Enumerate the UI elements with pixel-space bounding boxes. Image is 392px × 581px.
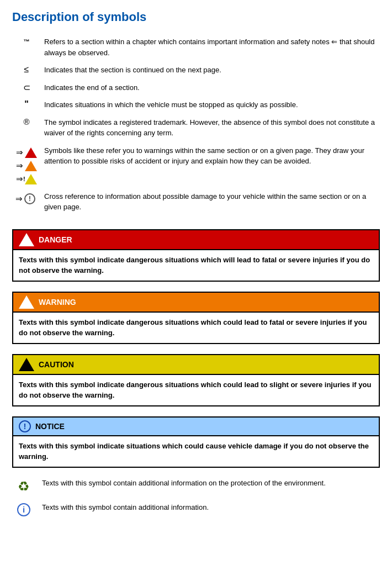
table-row: ⇒ ! ⇒ ! ⇒ <box>12 143 380 189</box>
danger-triangle-icon: ! <box>19 233 34 246</box>
env-text: Texts with this symbol contain additiona… <box>42 478 326 489</box>
info-circle-icon: i <box>12 502 35 516</box>
danger-box: ! DANGER Texts with this symbol indicate… <box>12 229 380 282</box>
symbol-tm-desc: Refers to a section within a chapter whi… <box>41 34 380 62</box>
warning-header: ! WARNING <box>13 293 379 311</box>
symbol-tm: ™ <box>12 34 41 62</box>
warning-body: Texts with this symbol indicate dangerou… <box>13 311 379 343</box>
warning-label: WARNING <box>39 298 76 307</box>
tri-red-icon: ! <box>25 147 37 158</box>
page-title: Description of symbols <box>12 10 380 24</box>
tri-yellow-icon: ! <box>25 174 37 184</box>
circle-info-icon: ! <box>24 193 35 204</box>
table-row: " Indicates situations in which the vehi… <box>12 97 380 115</box>
table-row: ⊂ Indicates the end of a section. <box>12 80 380 98</box>
caution-label: CAUTION <box>39 360 74 369</box>
table-row: ® The symbol indicates a registered trad… <box>12 115 380 143</box>
danger-label: DANGER <box>39 235 72 244</box>
notice-label: NOTICE <box>35 422 65 431</box>
symbol-warn-group: ⇒ ! ⇒ ! ⇒ <box>12 143 41 189</box>
arrow-icon-2: ⇒ <box>16 161 23 171</box>
tri-orange-icon: ! <box>25 161 37 171</box>
crossref-desc: Cross reference to information about pos… <box>41 189 380 217</box>
symbol-quote-desc: Indicates situations in which the vehicl… <box>41 97 380 115</box>
caution-header: ! CAUTION <box>13 355 379 374</box>
table-row: ≤ Indicates that the section is continue… <box>12 62 380 80</box>
warning-triangle-icon: ! <box>19 295 34 309</box>
caution-body: Texts with this symbol indicate dangerou… <box>13 374 379 405</box>
danger-header: ! DANGER <box>13 230 379 249</box>
arrow-icon-1: ⇒ <box>16 147 23 157</box>
symbol-le: ≤ <box>12 62 41 80</box>
danger-body: Texts with this symbol indicate dangerou… <box>13 249 379 281</box>
info-text: Texts with this symbol contain additiona… <box>42 502 209 513</box>
arrow-icon-4: ⇒ <box>15 194 23 204</box>
notice-header: ! NOTICE <box>13 418 379 435</box>
table-row: ™ Refers to a section within a chapter w… <box>12 34 380 62</box>
notice-circle-icon: ! <box>19 420 31 432</box>
symbol-le-desc: Indicates that the section is continued … <box>41 62 380 80</box>
arrow-icon-3: ⇒ <box>16 174 23 184</box>
caution-triangle-icon: ! <box>19 358 34 371</box>
symbols-table: ™ Refers to a section within a chapter w… <box>12 34 380 217</box>
notice-body: Texts with this symbol indicate situatio… <box>13 435 379 467</box>
symbol-crossref: ⇒ ! <box>12 189 41 217</box>
symbol-cup: ⊂ <box>12 80 41 98</box>
symbol-reg: ® <box>12 115 41 143</box>
caution-box: ! CAUTION Texts with this symbol indicat… <box>12 354 380 406</box>
table-row: ⇒ ! Cross reference to information about… <box>12 189 380 217</box>
env-item: ♻ Texts with this symbol contain additio… <box>12 478 380 494</box>
warning-symbols-desc: Symbols like these refer you to warnings… <box>41 143 380 189</box>
leaf-icon: ♻ <box>12 478 35 494</box>
notice-box: ! NOTICE Texts with this symbol indicate… <box>12 416 380 468</box>
symbol-reg-desc: The symbol indicates a registered tradem… <box>41 115 380 143</box>
symbol-quote: " <box>12 97 41 115</box>
info-item: i Texts with this symbol contain additio… <box>12 502 380 516</box>
warning-box: ! WARNING Texts with this symbol indicat… <box>12 292 380 344</box>
symbol-cup-desc: Indicates the end of a section. <box>41 80 380 98</box>
